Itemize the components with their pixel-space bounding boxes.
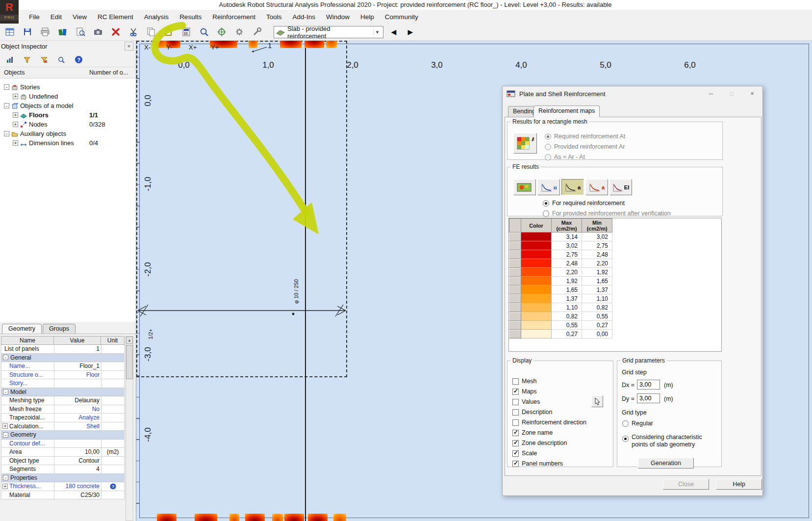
scale-row-button[interactable]: [509, 303, 521, 312]
property-row[interactable]: Structure o... Floor: [1, 371, 125, 380]
property-section[interactable]: Model: [1, 388, 125, 397]
scale-row-button[interactable]: [509, 277, 521, 286]
close-icon[interactable]: ×: [746, 89, 759, 99]
radio-for-required-reinforcement[interactable]: [543, 200, 549, 207]
view-x-plus-button[interactable]: X+: [189, 44, 197, 51]
search-button[interactable]: [56, 55, 66, 65]
slab-panel[interactable]: 1 φ 10 / 250 1/2+: [136, 41, 347, 377]
tree-item-undefined[interactable]: Undefined: [0, 92, 136, 101]
tools-button[interactable]: [250, 26, 263, 39]
checkbox-zone-description[interactable]: [512, 440, 519, 446]
tree-item-stories[interactable]: Stories: [0, 82, 136, 92]
tree-item-dimension-lines[interactable]: Dimension lines 0/4: [0, 138, 136, 148]
expand-icon[interactable]: [2, 423, 8, 429]
scale-row-button[interactable]: [509, 233, 521, 241]
help-icon[interactable]: ?: [110, 483, 116, 490]
tab-groups[interactable]: Groups: [43, 324, 76, 334]
search-settings-button[interactable]: [232, 26, 246, 39]
menu-view[interactable]: View: [67, 11, 92, 23]
radio-regular-grid[interactable]: [622, 420, 629, 427]
calculation-report-button[interactable]: [56, 26, 69, 39]
scrollbar-thumb[interactable]: [126, 345, 133, 379]
property-section[interactable]: Properties: [1, 474, 125, 483]
collapse-icon[interactable]: [3, 432, 8, 438]
property-row[interactable]: Calculation... Shell: [1, 422, 125, 431]
scrollbar[interactable]: ▲: [126, 336, 133, 521]
fe-deflection-button[interactable]: u: [537, 179, 560, 195]
dx-input[interactable]: [637, 380, 660, 390]
property-row[interactable]: Object type Contour: [1, 457, 125, 466]
radio-as-ar-minus-at[interactable]: [545, 154, 551, 160]
tree-item-model-objects[interactable]: Objects of a model: [0, 101, 136, 110]
scale-row-button[interactable]: [509, 268, 521, 277]
close-button[interactable]: Close: [663, 479, 709, 490]
scale-row-button[interactable]: [509, 312, 521, 321]
checkbox-mesh[interactable]: [512, 378, 519, 385]
save-button[interactable]: [21, 26, 34, 39]
checkbox-maps[interactable]: [512, 389, 519, 395]
collapse-icon[interactable]: [3, 389, 8, 394]
print-preview-button[interactable]: [74, 26, 87, 39]
help-button-inspector[interactable]: ?: [74, 55, 83, 65]
menu-edit[interactable]: Edit: [45, 11, 67, 23]
property-row[interactable]: List of panels 1: [1, 345, 125, 354]
chevron-down-icon[interactable]: ▾: [373, 29, 381, 35]
fe-stiffness-button[interactable]: EI: [609, 179, 632, 195]
property-row[interactable]: Thickness... 180 concrete ?: [1, 482, 125, 491]
checkbox-panel-numbers[interactable]: [512, 461, 519, 467]
scale-row-button[interactable]: [509, 286, 521, 294]
zoom-window-button[interactable]: [197, 26, 210, 39]
expand-icon[interactable]: [13, 140, 18, 146]
scale-row-button[interactable]: [509, 259, 521, 268]
scale-row-button[interactable]: [509, 330, 521, 339]
property-row[interactable]: Area 10,00 (m2): [1, 448, 125, 457]
expand-icon[interactable]: [13, 112, 18, 118]
tab-reinforcement-maps[interactable]: Reinforcement maps: [533, 105, 600, 117]
maximize-icon[interactable]: □: [725, 89, 738, 99]
expand-icon[interactable]: [13, 122, 18, 127]
menu-window[interactable]: Window: [321, 11, 355, 23]
generation-button[interactable]: Generation: [638, 458, 694, 469]
expand-icon[interactable]: [13, 94, 18, 99]
checkbox-reinforcement-direction[interactable]: [512, 419, 519, 426]
calculator-button[interactable]: [179, 26, 193, 39]
property-row[interactable]: Segments 4: [1, 465, 125, 474]
property-row[interactable]: Name... Floor_1: [1, 362, 125, 371]
minimize-icon[interactable]: ─: [705, 89, 717, 99]
property-row[interactable]: Meshing type Delaunay: [1, 396, 125, 405]
tree-item-floors[interactable]: Floors 1/1: [0, 110, 136, 120]
previous-result-button[interactable]: ◀: [387, 26, 400, 38]
next-result-button[interactable]: ▶: [404, 26, 417, 38]
menu-analysis[interactable]: Analysis: [139, 11, 174, 23]
property-row[interactable]: Trapezoidal... Analyze: [1, 414, 125, 422]
property-section[interactable]: General: [1, 354, 125, 363]
collapse-icon[interactable]: [4, 103, 9, 108]
radio-for-provided-after-verification[interactable]: [543, 210, 549, 217]
view-manager-button[interactable]: [3, 26, 16, 39]
radio-required-reinforcement-at[interactable]: [545, 133, 551, 140]
filter-remove-button[interactable]: [39, 55, 49, 65]
close-icon[interactable]: ×: [125, 42, 133, 51]
checkbox-scale[interactable]: [512, 450, 519, 457]
view-y-plus-button[interactable]: Y+: [211, 44, 219, 51]
menu-rc-element[interactable]: RC Element: [92, 11, 139, 23]
screen-capture-button[interactable]: [91, 26, 104, 39]
menu-reinforcement[interactable]: Reinforcement: [207, 11, 261, 23]
fe-provided-reinforcement-button[interactable]: a: [585, 179, 608, 195]
dy-input[interactable]: [637, 393, 660, 403]
paste-button[interactable]: [162, 26, 175, 39]
tab-geometry[interactable]: Geometry: [2, 324, 42, 334]
menu-community[interactable]: Community: [380, 11, 424, 23]
property-row[interactable]: Story...: [1, 379, 125, 388]
cut-button[interactable]: [127, 26, 140, 39]
menu-results[interactable]: Results: [174, 11, 207, 23]
zoom-all-button[interactable]: [215, 26, 228, 39]
fe-map-button[interactable]: [513, 179, 536, 195]
dialog-titlebar[interactable]: Plate and Shell Reinforcement ─ □ ×: [503, 86, 762, 101]
radio-provided-reinforcement-ar[interactable]: [545, 144, 551, 150]
collapse-icon[interactable]: [4, 84, 9, 90]
property-row[interactable]: Mesh freeze No: [1, 405, 125, 414]
help-button[interactable]: Help: [716, 479, 762, 490]
print-button[interactable]: [38, 26, 51, 39]
delete-button[interactable]: [109, 26, 122, 39]
